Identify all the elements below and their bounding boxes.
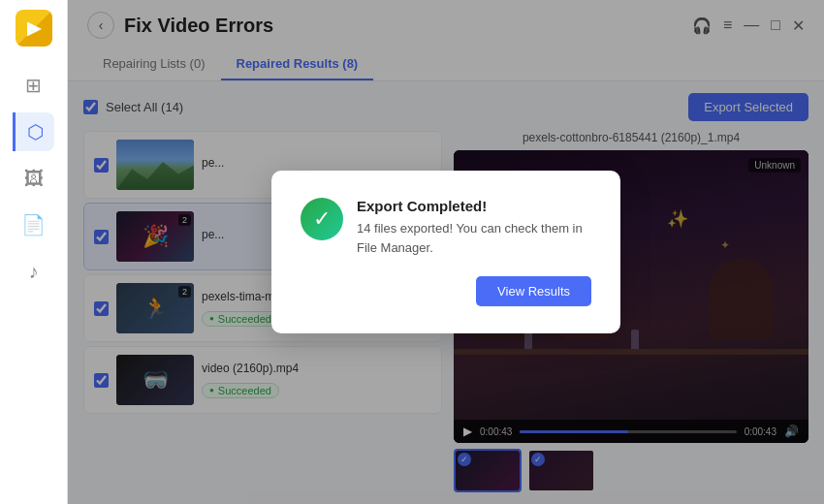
- success-icon: ✓: [301, 198, 343, 240]
- sidebar-item-music[interactable]: ♪: [15, 252, 53, 291]
- app-logo: ▶: [16, 10, 52, 47]
- sidebar-item-docs[interactable]: 📄: [15, 205, 53, 244]
- export-completed-modal: ✓ Export Completed! 14 files exported! Y…: [271, 171, 620, 333]
- modal-body: 14 files exported! You can check them in…: [357, 219, 591, 257]
- view-results-button[interactable]: View Results: [476, 276, 591, 306]
- sidebar-item-repair[interactable]: ⬡: [13, 112, 54, 151]
- modal-header: ✓ Export Completed! 14 files exported! Y…: [301, 198, 591, 257]
- modal-text: Export Completed! 14 files exported! You…: [357, 198, 591, 257]
- sidebar: ▶ ⊞ ⬡ 🖼 📄 ♪: [0, 0, 68, 504]
- modal-overlay: ✓ Export Completed! 14 files exported! Y…: [68, 0, 824, 504]
- modal-footer: View Results: [301, 276, 591, 306]
- main-content: ‹ Fix Video Errors 🎧 ≡ — □ ✕ Repairing L…: [68, 0, 824, 504]
- checkmark-circle: ✓: [301, 198, 343, 240]
- modal-title: Export Completed!: [357, 198, 591, 214]
- logo-icon: ▶: [27, 17, 41, 39]
- sidebar-item-home[interactable]: ⊞: [15, 66, 53, 105]
- sidebar-item-enhance[interactable]: 🖼: [15, 159, 53, 198]
